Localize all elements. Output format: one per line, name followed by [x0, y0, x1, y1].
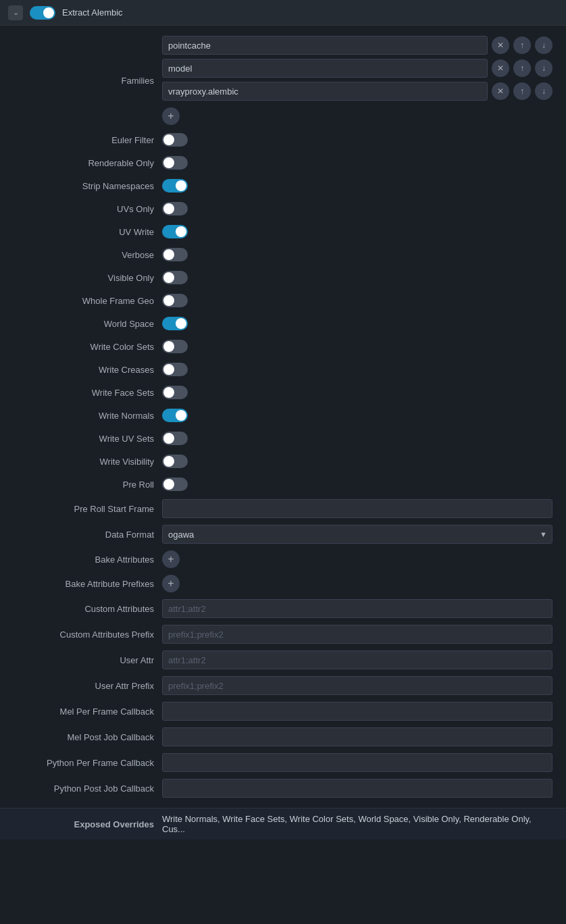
exposed-overrides-bar: Exposed Overrides Write Normals, Write F…: [0, 808, 566, 840]
user-attr-content: [162, 650, 552, 669]
toggle-row-renderable-only: Renderable Only: [0, 151, 566, 174]
toggle-content-write-uv-sets: [162, 432, 552, 445]
toggle-switch-uv-write[interactable]: [162, 225, 188, 238]
toggle-row-write-uv-sets: Write UV Sets: [0, 427, 566, 450]
toggle-rows: Euler FilterRenderable OnlyStrip Namespa…: [0, 128, 566, 496]
toggle-switch-write-color-sets[interactable]: [162, 340, 188, 353]
toggle-switch-write-creases[interactable]: [162, 363, 188, 376]
family-remove-2[interactable]: ✕: [492, 82, 509, 100]
custom-attributes-prefix-content: [162, 625, 552, 644]
toggle-row-euler-filter: Euler Filter: [0, 128, 566, 151]
data-format-row: Data Format ogawa hdf5 ▼: [0, 521, 566, 547]
toggle-content-visible-only: [162, 271, 552, 284]
toggle-switch-renderable-only[interactable]: [162, 156, 188, 170]
bake-attributes-row: Bake Attributes +: [0, 547, 566, 571]
toggle-content-strip-namespaces: [162, 179, 552, 192]
toggle-switch-uvs-only[interactable]: [162, 202, 188, 215]
toggle-switch-pre-roll[interactable]: [162, 478, 188, 491]
pre-roll-start-frame-input[interactable]: [162, 499, 552, 518]
collapse-button[interactable]: ⌄: [8, 5, 23, 20]
user-attr-prefix-row: User Attr Prefix: [0, 673, 566, 698]
toggle-label-visible-only: Visible Only: [14, 273, 162, 283]
custom-attributes-prefix-input[interactable]: [162, 625, 552, 644]
mel-per-frame-content: [162, 702, 552, 721]
mel-per-frame-input[interactable]: [162, 702, 552, 721]
toggle-switch-write-visibility[interactable]: [162, 455, 188, 468]
user-attr-row: User Attr: [0, 647, 566, 673]
toggle-label-euler-filter: Euler Filter: [14, 135, 162, 145]
toggle-label-strip-namespaces: Strip Namespaces: [14, 181, 162, 191]
toggle-row-world-space: World Space: [0, 312, 566, 335]
family-remove-1[interactable]: ✕: [492, 59, 509, 77]
family-add-button[interactable]: +: [162, 107, 180, 125]
toggle-switch-euler-filter[interactable]: [162, 133, 188, 147]
toggle-switch-write-uv-sets[interactable]: [162, 432, 188, 445]
toggle-switch-write-normals[interactable]: [162, 409, 188, 422]
toggle-switch-visible-only[interactable]: [162, 271, 188, 284]
toggle-content-write-visibility: [162, 455, 552, 468]
family-remove-0[interactable]: ✕: [492, 36, 509, 54]
user-attr-input[interactable]: [162, 650, 552, 669]
data-format-select[interactable]: ogawa hdf5: [162, 525, 552, 544]
toggle-switch-write-face-sets[interactable]: [162, 386, 188, 399]
toggle-row-write-face-sets: Write Face Sets: [0, 381, 566, 404]
toggle-label-whole-frame-geo: Whole Frame Geo: [14, 296, 162, 306]
family-input-2[interactable]: [162, 82, 488, 101]
toggle-content-pre-roll: [162, 478, 552, 491]
python-per-frame-content: [162, 753, 552, 772]
family-row-1: ✕ ↑ ↓: [162, 59, 552, 78]
toggle-label-write-face-sets: Write Face Sets: [14, 388, 162, 398]
family-up-0[interactable]: ↑: [513, 36, 531, 54]
python-per-frame-input[interactable]: [162, 753, 552, 772]
panel-content: Families ✕ ↑ ↓ ✕ ↑ ↓ ✕ ↑ ↓ +: [0, 26, 566, 808]
data-format-select-wrap: ogawa hdf5 ▼: [162, 525, 552, 544]
toggle-row-strip-namespaces: Strip Namespaces: [0, 174, 566, 197]
python-post-job-content: [162, 779, 552, 798]
user-attr-prefix-input[interactable]: [162, 676, 552, 695]
toggle-switch-strip-namespaces[interactable]: [162, 179, 188, 192]
python-post-job-input[interactable]: [162, 779, 552, 798]
user-attr-label: User Attr: [14, 655, 162, 665]
toggle-label-pre-roll: Pre Roll: [14, 480, 162, 490]
header-toggle[interactable]: [30, 6, 55, 20]
bake-attributes-content: +: [162, 550, 552, 568]
toggle-label-world-space: World Space: [14, 319, 162, 329]
family-row-0: ✕ ↑ ↓: [162, 36, 552, 55]
toggle-label-write-creases: Write Creases: [14, 365, 162, 375]
pre-roll-start-frame-content: [162, 499, 552, 518]
family-up-2[interactable]: ↑: [513, 82, 531, 100]
exposed-overrides-value: Write Normals, Write Face Sets, Write Co…: [162, 814, 552, 834]
family-down-1[interactable]: ↓: [535, 59, 552, 77]
user-attr-prefix-label: User Attr Prefix: [14, 681, 162, 691]
exposed-overrides-label: Exposed Overrides: [14, 819, 162, 829]
bake-attribute-prefixes-label: Bake Attribute Prefixes: [14, 579, 162, 589]
family-input-1[interactable]: [162, 59, 488, 78]
toggle-content-uvs-only: [162, 202, 552, 215]
user-attr-prefix-content: [162, 676, 552, 695]
toggle-row-visible-only: Visible Only: [0, 266, 566, 289]
mel-post-job-content: [162, 727, 552, 746]
family-input-0[interactable]: [162, 36, 488, 55]
custom-attributes-input[interactable]: [162, 599, 552, 618]
bake-attributes-label: Bake Attributes: [14, 555, 162, 565]
toggle-switch-whole-frame-geo[interactable]: [162, 294, 188, 307]
toggle-switch-verbose[interactable]: [162, 248, 188, 261]
toggle-label-renderable-only: Renderable Only: [14, 158, 162, 168]
toggle-switch-world-space[interactable]: [162, 317, 188, 330]
toggle-row-write-visibility: Write Visibility: [0, 450, 566, 473]
toggle-content-write-creases: [162, 363, 552, 376]
custom-attributes-label: Custom Attributes: [14, 604, 162, 614]
toggle-row-verbose: Verbose: [0, 243, 566, 266]
family-down-0[interactable]: ↓: [535, 36, 552, 54]
toggle-label-write-visibility: Write Visibility: [14, 457, 162, 467]
mel-post-job-input[interactable]: [162, 727, 552, 746]
bake-attributes-add-button[interactable]: +: [162, 550, 180, 568]
family-down-2[interactable]: ↓: [535, 82, 552, 100]
toggle-content-write-color-sets: [162, 340, 552, 353]
toggle-content-renderable-only: [162, 156, 552, 170]
bake-attribute-prefixes-content: +: [162, 575, 552, 592]
custom-attributes-prefix-label: Custom Attributes Prefix: [14, 630, 162, 640]
mel-per-frame-row: Mel Per Frame Callback: [0, 698, 566, 724]
bake-attribute-prefixes-add-button[interactable]: +: [162, 575, 180, 592]
family-up-1[interactable]: ↑: [513, 59, 531, 77]
